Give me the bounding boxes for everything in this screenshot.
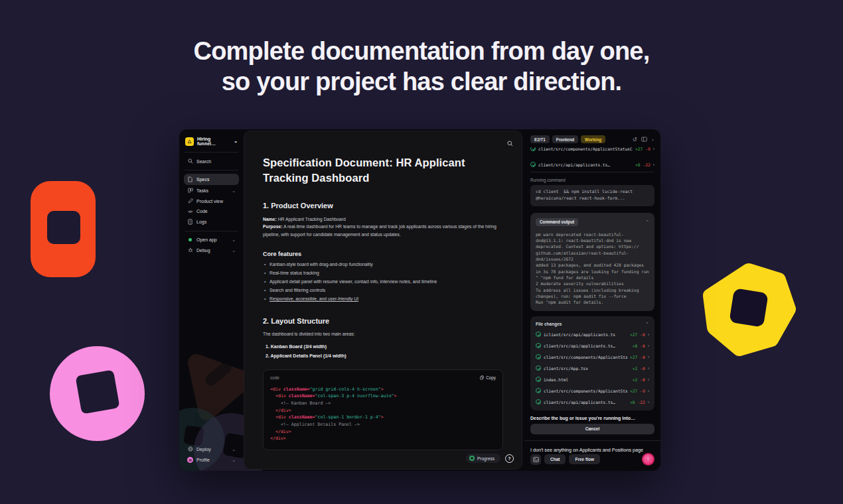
sidebar-item-label: Open app bbox=[196, 237, 217, 242]
name-label: Name: bbox=[263, 217, 277, 221]
bug-icon bbox=[187, 247, 193, 253]
check-circle-icon bbox=[530, 147, 536, 151]
file-change-row[interactable]: index.html +2 -0 › bbox=[536, 374, 649, 385]
sidebar-item-label: Logs bbox=[196, 220, 206, 224]
code-block-label: code bbox=[270, 375, 279, 380]
document-icon bbox=[187, 176, 193, 182]
chevron-down-icon[interactable]: ⌄ bbox=[651, 137, 654, 142]
list-item-link[interactable]: Responsive, accessible, and user-friendl… bbox=[263, 296, 503, 301]
file-change-row[interactable]: client/src/api/applicants.ts… +8 -0 › bbox=[536, 340, 649, 351]
check-circle-icon bbox=[536, 332, 541, 337]
file-change-row[interactable]: client/src/components/ApplicantStatu… +2… bbox=[536, 385, 649, 397]
sidebar-item-search[interactable]: Search bbox=[184, 156, 239, 166]
chevron-right-icon: › bbox=[653, 162, 654, 167]
sidebar-item-specs[interactable]: Specs bbox=[184, 174, 239, 185]
check-circle-icon bbox=[536, 388, 541, 393]
cancel-button[interactable]: Cancel bbox=[530, 424, 654, 434]
list-item: Kanban-style board with drag-and-drop fu… bbox=[263, 262, 503, 267]
sidebar-item-product-view[interactable]: Product view bbox=[184, 196, 239, 206]
command-output-card: Command output ⌃ pm warn deprecated reac… bbox=[530, 213, 654, 311]
chevron-down-icon: ⌄ bbox=[232, 248, 236, 253]
chevron-down-icon: ⌄ bbox=[232, 458, 236, 462]
chevron-right-icon: › bbox=[648, 377, 649, 382]
decor-yellow-hole bbox=[729, 288, 768, 327]
copy-icon bbox=[480, 375, 484, 380]
search-icon[interactable] bbox=[507, 137, 513, 149]
sidebar-item-tasks[interactable]: Tasks ⌄ bbox=[184, 185, 239, 196]
divider bbox=[185, 152, 238, 153]
file-changes-label: File changes bbox=[536, 322, 562, 326]
chevron-down-icon: ⌄ bbox=[232, 447, 236, 452]
chevron-right-icon: › bbox=[648, 332, 649, 337]
code-content[interactable]: <div className="grid grid-cols-4 h-scree… bbox=[270, 386, 496, 442]
file-change-row[interactable]: client/src/components/ApplicantStatu… +2… bbox=[536, 351, 649, 363]
status-badge: Working bbox=[581, 135, 605, 143]
sidebar-item-code[interactable]: </> Code bbox=[184, 206, 239, 216]
chevron-right-icon: › bbox=[648, 400, 649, 405]
attach-image-button[interactable] bbox=[530, 454, 541, 465]
sidebar-item-deploy[interactable]: Deploy ⌄ bbox=[184, 444, 239, 454]
check-circle-icon bbox=[530, 162, 536, 167]
frontend-badge[interactable]: Frontend bbox=[552, 135, 578, 143]
send-button[interactable]: ↑ bbox=[642, 453, 654, 466]
workspace-logo-icon: △ bbox=[185, 137, 194, 146]
refresh-icon[interactable]: ↺ bbox=[633, 137, 637, 143]
file-change-row[interactable]: client/src/components/ApplicantStatusCa…… bbox=[530, 147, 654, 157]
command-output-text: pm warn deprecated react-beautiful- dnd@… bbox=[536, 231, 649, 306]
workspace-switcher[interactable]: △ Hiring funnel… ⌄ bbox=[184, 135, 239, 149]
sidebar-item-open-app[interactable]: Open app ⌄ bbox=[184, 235, 239, 245]
chevron-down-icon: ⌄ bbox=[232, 188, 236, 193]
check-circle-icon bbox=[536, 354, 541, 359]
section-heading-core-features: Core features bbox=[263, 251, 503, 257]
pencil-icon bbox=[187, 198, 193, 204]
chevron-up-icon[interactable]: ⌃ bbox=[645, 322, 649, 327]
list-item: Applicant detail panel with resume viewe… bbox=[263, 279, 503, 284]
chevron-up-icon[interactable]: ⌃ bbox=[645, 220, 649, 225]
panels-icon[interactable] bbox=[641, 137, 647, 142]
chevron-down-icon: ⌄ bbox=[232, 237, 236, 242]
sidebar-item-label: Product view bbox=[196, 199, 223, 204]
file-change-row[interactable]: iclient/src/api/applicants.ts +27 -0 › bbox=[536, 329, 649, 340]
code-block: code Copy <div className="grid grid-cols… bbox=[263, 369, 503, 450]
app-window: △ Hiring funnel… ⌄ Search Specs Tasks ⌄ bbox=[179, 129, 660, 471]
divider bbox=[185, 231, 238, 231]
spec-document-panel: Specification Document: HR Applicant Tra… bbox=[244, 131, 522, 470]
panel-topbar: E2/T1 Frontend Working ↺ ⌄ bbox=[530, 133, 654, 145]
progress-label: Progress bbox=[477, 456, 495, 461]
chevron-right-icon: › bbox=[648, 366, 649, 371]
sidebar-item-label: Debug bbox=[196, 248, 210, 253]
sidebar-item-profile[interactable]: M Profile ⌄ bbox=[184, 454, 239, 466]
code-icon: </> bbox=[187, 210, 193, 214]
sidebar-item-logs[interactable]: Logs bbox=[184, 216, 239, 227]
check-circle-icon bbox=[536, 343, 541, 348]
file-change-row[interactable]: client/src/App.tsx +2 -0 › bbox=[536, 363, 649, 374]
decor-orange-shape bbox=[31, 181, 96, 277]
name-value: HR Applicant Tracking Dashboard bbox=[278, 217, 346, 221]
help-button[interactable]: ? bbox=[505, 454, 514, 463]
layout-areas-list: 1. Kanban Board (3/4 width) 2. Applicant… bbox=[263, 344, 503, 358]
section-heading-layout-structure: 2. Layout Structure bbox=[263, 317, 503, 325]
image-icon bbox=[533, 457, 539, 462]
hero-heading: Complete documentation from day one,so y… bbox=[0, 36, 843, 97]
copy-button[interactable]: Copy bbox=[480, 375, 496, 380]
progress-button[interactable]: Progress bbox=[466, 454, 500, 463]
avatar: M bbox=[187, 457, 193, 463]
status-dot-icon bbox=[187, 238, 193, 241]
free-flow-button[interactable]: Free flow bbox=[569, 454, 600, 464]
chevron-right-icon: › bbox=[648, 344, 649, 348]
sidebar-item-label: Deploy bbox=[196, 447, 211, 452]
decor-pink-hole bbox=[75, 369, 119, 414]
task-id-badge[interactable]: E2/T1 bbox=[530, 135, 550, 143]
globe-icon bbox=[187, 446, 193, 452]
sidebar-item-debug[interactable]: Debug ⌄ bbox=[184, 245, 239, 255]
workspace-name: Hiring funnel… bbox=[197, 137, 230, 146]
chat-button[interactable]: Chat bbox=[544, 454, 566, 464]
decor-pink-shape bbox=[50, 346, 145, 441]
decor-yellow-shape bbox=[701, 263, 797, 358]
core-features-list: Kanban-style board with drag-and-drop fu… bbox=[263, 262, 503, 301]
section-heading-product-overview: 1. Product Overview bbox=[263, 202, 503, 210]
running-command-box: cd client && npm install lucide-react @h… bbox=[530, 185, 654, 206]
list-item: 2. Applicant Details Panel (1/4 width) bbox=[263, 353, 503, 358]
file-change-row[interactable]: client/src/api/applicants.ts… +8 -22 › bbox=[536, 397, 649, 408]
file-change-row[interactable]: client/src/api/applicants.ts… +8 -22 › bbox=[530, 157, 654, 172]
